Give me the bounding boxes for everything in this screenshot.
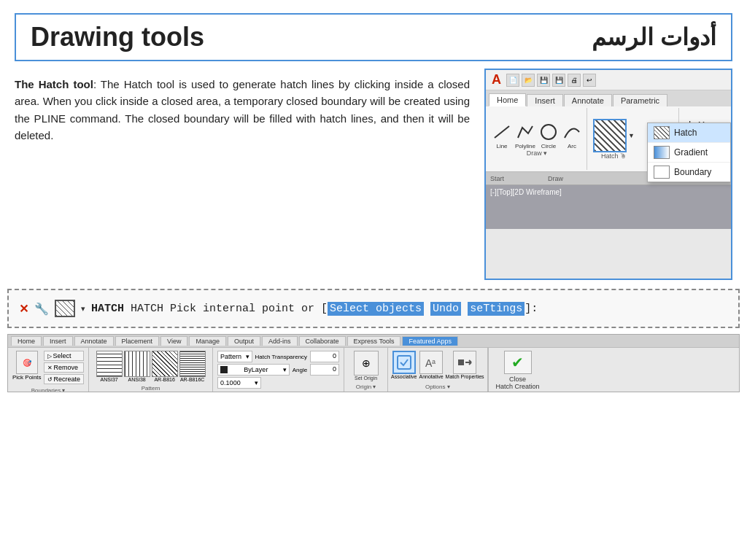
new-icon[interactable]: 📄 [506,74,519,87]
autocad-screenshot: A 📄 📂 💾 💾 🖨 ↩ Home Insert Annotate Param… [484,69,732,280]
select-objects-highlight: Select objects [328,302,424,316]
boundaries-group: 🎯 Pick Points ▷Select ✕Remove ↺Recreate … [8,348,89,392]
bt-tab-express[interactable]: Express Tools [347,336,401,346]
boundary-swatch [654,166,670,179]
color-select[interactable]: ByLayer▾ [217,364,290,376]
svg-rect-5 [458,359,464,365]
bt-tab-view[interactable]: View [160,336,187,346]
bt-tab-output[interactable]: Output [228,336,260,346]
cmd-sep1 [424,303,430,315]
hatch-group: ▼ Hatch 🖱 [589,108,636,170]
viewport-area: [-][Top][2D Wireframe] [486,185,731,229]
pattern-prop-row: Pattern▾ Hatch Transparency 0 [217,351,339,362]
circle-tool[interactable]: Circle [538,122,559,149]
save-icon[interactable]: 💾 [537,74,550,87]
hatch-option[interactable]: Hatch [648,123,730,143]
associative-icon[interactable] [392,351,416,374]
bottom-toolbar-content: 🎯 Pick Points ▷Select ✕Remove ↺Recreate … [8,348,739,392]
line-tool[interactable]: Line [492,122,512,149]
angle-input[interactable]: 0 [310,364,339,376]
scale-input[interactable]: 0.1000▾ [217,377,261,389]
boundaries-label: Boundaries ▾ [31,386,66,392]
svg-line-0 [495,126,509,138]
close-hatch-label: CloseHatch Creation [496,376,540,390]
tab-annotate[interactable]: Annotate [564,94,612,106]
set-origin-icon[interactable]: ⊕ [354,351,379,376]
save2-icon[interactable]: 💾 [552,74,565,87]
bt-tab-insert[interactable]: Insert [43,336,73,346]
match-properties-icon[interactable] [453,351,476,374]
pick-points-icon[interactable]: 🎯 [16,351,38,374]
svg-rect-2 [398,356,411,369]
properties-label: Properties ▾ [217,390,339,392]
ribbon-tab-bar: Home Insert Annotate Parametric [486,90,731,106]
quick-access-toolbar: A 📄 📂 💾 💾 🖨 ↩ [486,70,731,90]
select-remove-btns: ▷Select ✕Remove ↺Recreate [44,351,85,384]
bt-tab-annotate[interactable]: Annotate [74,336,114,346]
gradient-option[interactable]: Gradient [648,143,730,163]
pick-points-label: Pick Points [12,374,42,381]
page-title-arabic: أدوات الرسم [592,23,716,51]
draw-group: Line Polyline Circle Arc [487,108,587,170]
undo-highlight: Undo [430,302,461,316]
bt-tab-placement[interactable]: Placement [115,336,160,346]
bt-tab-featured[interactable]: Featured Apps [402,336,458,346]
close-hatch-icon[interactable]: ✔ [504,351,532,374]
open-icon[interactable]: 📂 [522,74,535,87]
hatch-swatch [654,126,670,139]
hatch-button[interactable] [593,119,627,152]
hatch-tool-label: The Hatch tool [15,78,93,90]
hatch-cmd-label: HATCH [91,303,131,315]
hatch-transparency-input[interactable]: 0 [310,351,339,362]
tab-insert[interactable]: Insert [527,94,563,106]
ribbon-draw-panel: Line Polyline Circle Arc [486,106,731,172]
hatch-cmd-icon[interactable] [55,300,75,317]
arb816c-swatch[interactable] [179,351,206,377]
properties-icon[interactable]: 🔧 [34,302,49,316]
annotative-icon[interactable]: Aa [419,351,443,374]
start-label: Start [490,175,504,182]
close-group: ✔ CloseHatch Creation [489,348,547,392]
page-title-english: Drawing tools [31,22,204,52]
settings-highlight: seTtings [468,302,525,316]
print-icon[interactable]: 🖨 [568,74,581,87]
arc-tool[interactable]: Arc [562,122,582,149]
pattern-group: ANSI37 ANSI38 AR-B816 AR-B816C Pattern [89,348,213,392]
hatch-transparency-label: Hatch Transparency [255,354,308,360]
tab-parametric[interactable]: Parametric [613,94,667,106]
undo-qat-icon[interactable]: ↩ [583,74,596,87]
cmd-dropdown-arrow[interactable]: ▾ [81,304,85,314]
hatch-dropdown-arrow[interactable]: ▼ [628,132,635,139]
autocad-logo: A [492,72,501,88]
arb816-swatch[interactable] [152,351,178,377]
command-text: HATCH HATCH Pick internal point or [Sele… [91,303,538,315]
main-content: The Hatch tool: The Hatch tool is used t… [15,69,732,280]
svg-text:a: a [432,358,436,365]
boundary-option[interactable]: Boundary [648,163,730,182]
tab-home[interactable]: Home [489,93,526,106]
bt-tab-collaborate[interactable]: Collaborate [299,336,346,346]
origin-group: ⊕ Set Origin Origin ▾ [344,348,388,392]
gradient-swatch [654,146,670,159]
bt-tab-addins[interactable]: Add-ins [262,336,298,346]
boundaries-icons: 🎯 Pick Points ▷Select ✕Remove ↺Recreate [12,351,84,384]
bottom-toolbar: Home Insert Annotate Placement View Mana… [7,334,740,392]
polyline-tool[interactable]: Polyline [515,122,535,149]
ansi37-swatch[interactable] [96,351,123,377]
ansi38-swatch[interactable] [124,351,150,377]
options-row: Associative Aa Annotative Match Properti… [391,351,484,379]
page-header: Drawing tools أدوات الرسم [15,13,732,61]
remove-btn[interactable]: ✕Remove [44,362,85,373]
select-btn[interactable]: ▷Select [44,351,85,361]
cmd-sep2 [461,303,468,315]
pattern-select[interactable]: Pattern▾ [217,351,252,362]
cmd-end: ]: [525,303,538,315]
hatch-description: The Hatch tool: The Hatch tool is used t… [15,69,470,280]
draw-group-label: Draw ▾ [527,149,548,157]
recreate-btn[interactable]: ↺Recreate [44,374,85,384]
cancel-icon[interactable]: ✕ [19,302,28,316]
options-label: Options ▾ [425,382,450,390]
bt-tab-home[interactable]: Home [11,336,42,346]
bt-tab-manage[interactable]: Manage [189,336,226,346]
set-origin-label: Set Origin [355,376,377,381]
